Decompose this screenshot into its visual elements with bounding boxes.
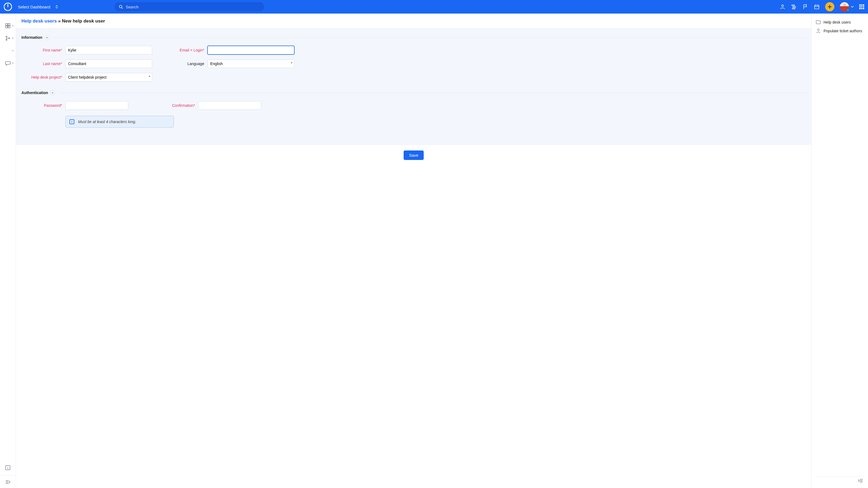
apps-grid-icon[interactable] [859, 4, 864, 9]
auth-grid: Password* Confirmation* i Must be at lea… [22, 101, 806, 128]
chat-icon [5, 61, 10, 66]
svg-rect-6 [793, 6, 796, 7]
password-hint-text: Must be at least 4 characters long. [78, 120, 136, 124]
label-confirmation: Confirmation* [146, 103, 195, 108]
rail-item-dashboard[interactable] [0, 20, 16, 32]
label-email: Email = Login* [155, 48, 204, 52]
label-last-name: Last name* [22, 62, 62, 66]
folder-icon [816, 20, 821, 25]
label-helpdesk-project: Help desk project* [22, 75, 62, 79]
flag-icon[interactable] [802, 4, 808, 10]
chevron-right-icon [11, 24, 14, 27]
rail-item-blank[interactable] [0, 44, 16, 57]
calendar-icon[interactable] [814, 4, 820, 10]
svg-point-4 [782, 5, 784, 7]
section-information-label: Information [22, 35, 42, 40]
rp-item-helpdesk-users[interactable]: Help desk users [815, 18, 865, 27]
breadcrumb: Help desk users » New help desk user [16, 13, 811, 29]
hierarchy-icon [5, 35, 10, 41]
svg-point-17 [6, 39, 7, 40]
search-input[interactable] [126, 5, 260, 9]
collapse-toggle[interactable] [44, 35, 50, 40]
confirmation-input[interactable] [198, 101, 261, 110]
section-authentication: Authentication [22, 90, 806, 95]
chevron-right-icon [11, 50, 14, 52]
rp-item-label: Help desk users [824, 20, 850, 24]
label-language: Language [155, 62, 204, 66]
chevron-up-icon [45, 36, 48, 38]
svg-point-18 [9, 38, 10, 39]
language-select[interactable] [208, 59, 294, 68]
info-icon [5, 465, 10, 470]
person-icon[interactable] [780, 4, 785, 10]
svg-rect-5 [792, 5, 795, 6]
page-title: New help desk user [62, 19, 105, 24]
rail-item-chat[interactable] [0, 57, 16, 69]
section-information: Information [22, 35, 806, 40]
rail-item-info[interactable] [0, 461, 16, 474]
info-icon: i [69, 119, 74, 124]
add-button[interactable] [825, 2, 834, 11]
svg-point-21 [8, 466, 8, 467]
breadcrumb-link[interactable]: Help desk users [22, 19, 57, 24]
main-content: Help desk users » New help desk user Inf… [16, 13, 811, 488]
chevron-up-icon [51, 92, 54, 94]
svg-point-25 [817, 29, 819, 31]
rail-item-expand[interactable] [0, 476, 16, 488]
email-input[interactable] [208, 46, 294, 55]
svg-point-16 [6, 36, 7, 37]
app-logo[interactable] [4, 3, 12, 11]
updown-icon [55, 5, 58, 9]
collapse-toggle[interactable] [50, 90, 55, 95]
breadcrumb-sep: » [57, 19, 62, 24]
gantt-icon[interactable] [791, 4, 797, 10]
person-icon [816, 29, 821, 33]
search-box[interactable] [115, 2, 264, 11]
expand-right-icon [5, 480, 10, 484]
action-row: Save [16, 145, 811, 165]
first-name-input[interactable] [65, 46, 152, 55]
save-button[interactable]: Save [404, 151, 424, 160]
chevron-down-icon [850, 5, 854, 8]
status-online-icon [846, 9, 849, 11]
form-area: Information First name* Email = Login* L… [16, 29, 811, 145]
svg-rect-8 [814, 5, 819, 9]
dashboard-selector[interactable]: Select Dashboard [18, 5, 58, 9]
section-divider [59, 93, 806, 93]
section-divider [53, 37, 806, 38]
label-first-name: First name* [22, 48, 62, 52]
section-authentication-label: Authentication [22, 91, 48, 95]
right-panel-footer [815, 476, 865, 484]
user-menu[interactable] [840, 2, 854, 11]
top-header: Select Dashboard [0, 0, 868, 13]
search-icon [119, 5, 123, 9]
helpdesk-project-select[interactable] [65, 73, 152, 82]
chevron-right-icon [11, 62, 14, 65]
right-panel: Help desk users Populate ticket authors [811, 13, 868, 488]
dashboard-icon [5, 23, 10, 29]
svg-rect-15 [8, 26, 10, 28]
plus-icon [828, 5, 832, 9]
svg-rect-7 [792, 8, 795, 9]
svg-rect-14 [6, 26, 8, 28]
password-input[interactable] [65, 101, 128, 110]
svg-rect-1 [8, 4, 8, 7]
rp-item-populate-authors[interactable]: Populate ticket authors [815, 27, 865, 35]
password-hint-box: i Must be at least 4 characters long. [65, 116, 174, 128]
collapse-right-icon[interactable] [858, 479, 863, 484]
rp-item-label: Populate ticket authors [824, 29, 862, 33]
left-rail [0, 13, 16, 488]
chevron-right-icon [11, 37, 14, 40]
dashboard-label: Select Dashboard [18, 5, 50, 9]
rail-item-hierarchy[interactable] [0, 32, 16, 44]
last-name-input[interactable] [65, 59, 152, 68]
info-grid: First name* Email = Login* Last name* La… [22, 46, 806, 82]
svg-rect-12 [6, 24, 8, 26]
svg-line-3 [122, 8, 123, 9]
label-password: Password* [22, 103, 62, 108]
svg-rect-13 [8, 24, 10, 26]
header-actions [780, 2, 864, 11]
